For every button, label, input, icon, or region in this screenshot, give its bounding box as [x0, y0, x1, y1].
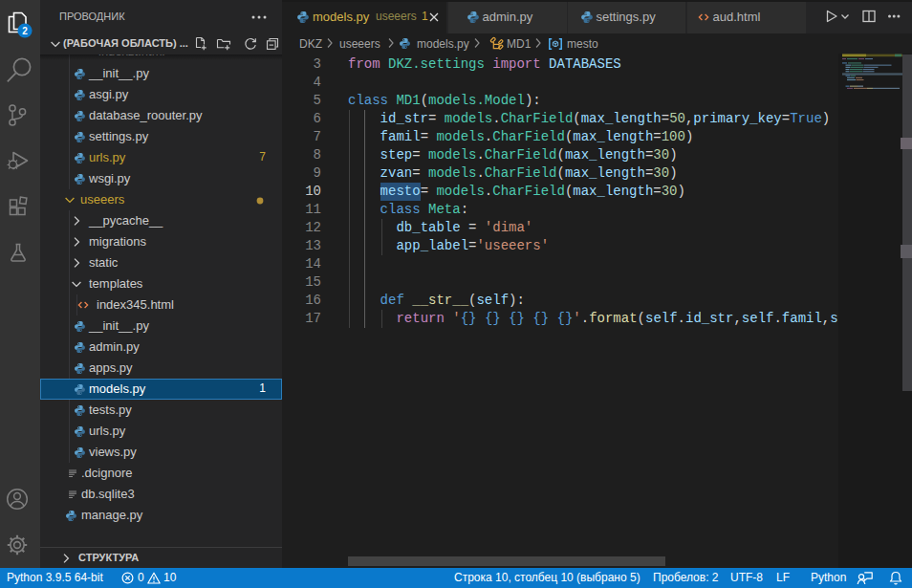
svg-text:2: 2 [22, 26, 28, 36]
